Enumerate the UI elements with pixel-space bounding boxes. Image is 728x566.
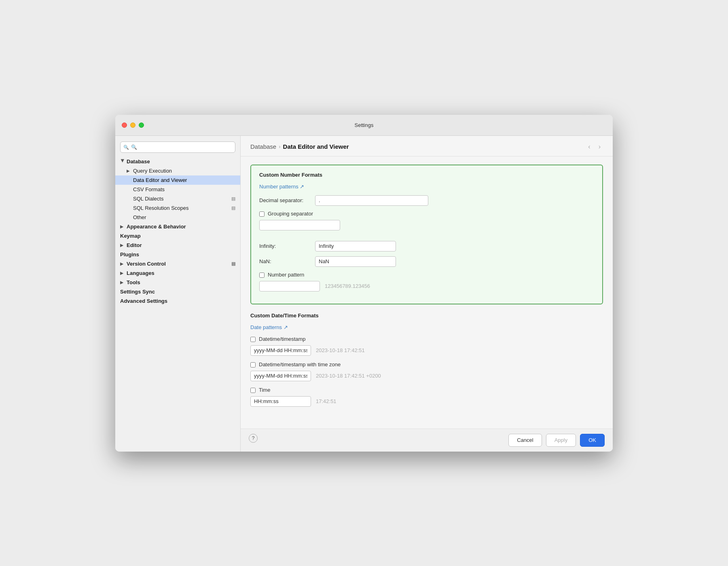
datetime-tz-input[interactable] [250, 371, 311, 381]
content-header: Database › Data Editor and Viewer ‹ › [241, 136, 613, 156]
grouping-separator-row: Grouping separator [259, 211, 594, 217]
sidebar-item-csv-formats[interactable]: CSV Formats [115, 185, 240, 194]
settings-icon: ▤ [231, 261, 235, 266]
number-pattern-checkbox[interactable] [259, 272, 265, 278]
sidebar-item-sql-dialects[interactable]: SQL Dialects ▤ [115, 194, 240, 203]
nav-buttons: ‹ › [586, 142, 603, 151]
sidebar-item-plugins[interactable]: Plugins [115, 250, 240, 259]
search-input[interactable] [120, 142, 235, 153]
datetime-timestamp-hint: 2023-10-18 17:42:51 [316, 347, 365, 353]
search-wrapper: 🔍 [120, 142, 235, 153]
search-icon: 🔍 [123, 144, 129, 150]
number-pattern-hint: 123456789.123456 [325, 283, 370, 289]
breadcrumb: Database › Data Editor and Viewer [250, 143, 349, 150]
datetime-tz-checkbox[interactable] [250, 362, 256, 367]
time-input-row: 17:42:51 [250, 396, 603, 407]
nan-input[interactable] [315, 256, 396, 267]
content-area: Database › Data Editor and Viewer ‹ › Cu… [241, 136, 613, 452]
sidebar-item-label: Advanced Settings [120, 298, 167, 304]
forward-button[interactable]: › [596, 142, 603, 151]
sidebar-item-label: Data Editor and Viewer [133, 177, 187, 183]
main-layout: 🔍 ▶ Database ▶ Query Execution Data Edit… [115, 136, 613, 452]
sidebar-item-label: Tools [127, 279, 140, 285]
settings-icon: ▤ [231, 205, 235, 211]
help-button[interactable]: ? [249, 434, 258, 443]
sidebar-item-label: SQL Resolution Scopes [133, 205, 189, 211]
grouping-separator-checkbox[interactable] [259, 211, 265, 217]
back-button[interactable]: ‹ [586, 142, 593, 151]
chevron-icon: ▶ [120, 224, 125, 229]
breadcrumb-separator: › [279, 144, 280, 150]
settings-window: Settings 🔍 ▶ Database ▶ Query Execution … [115, 115, 613, 452]
sidebar-item-advanced-settings[interactable]: Advanced Settings [115, 296, 240, 306]
sidebar-item-label: Appearance & Behavior [127, 224, 186, 230]
time-checkbox[interactable] [250, 388, 256, 393]
grouping-separator-input-row [259, 220, 594, 235]
datetime-timestamp-label: Datetime/timestamp [259, 336, 306, 342]
number-pattern-input-row: 123456789.123456 [259, 281, 594, 291]
datetime-tz-checkbox-row: Datetime/timestamp with time zone [250, 361, 603, 367]
window-title: Settings [355, 122, 374, 128]
decimal-separator-input[interactable] [315, 195, 428, 206]
grouping-separator-label: Grouping separator [268, 211, 313, 217]
breadcrumb-part2: Data Editor and Viewer [283, 143, 349, 150]
date-patterns-link[interactable]: Date patterns ↗ [250, 324, 288, 330]
datetime-timestamp-checkbox-row: Datetime/timestamp [250, 336, 603, 342]
sidebar-item-other[interactable]: Other [115, 213, 240, 222]
ok-button[interactable]: OK [580, 434, 605, 447]
datetime-timestamp-input[interactable] [250, 345, 311, 356]
titlebar: Settings [115, 115, 613, 136]
sidebar-item-label: Database [127, 158, 150, 165]
sidebar-item-keymap[interactable]: Keymap [115, 231, 240, 241]
datetime-timestamp-checkbox[interactable] [250, 337, 256, 342]
footer: ? Cancel Apply OK [241, 429, 613, 452]
search-bar: 🔍 [120, 142, 235, 153]
maximize-button[interactable] [139, 122, 144, 128]
sidebar-item-languages[interactable]: ▶ Languages [115, 268, 240, 278]
sidebar-item-label: Editor [127, 242, 142, 248]
time-input[interactable] [250, 396, 311, 407]
time-checkbox-row: Time [250, 387, 603, 393]
sidebar-item-label: Version Control [127, 261, 166, 267]
chevron-icon: ▶ [120, 280, 125, 285]
datetime-timestamp-input-row: 2023-10-18 17:42:51 [250, 345, 603, 356]
decimal-separator-label: Decimal separator: [259, 197, 312, 203]
number-pattern-input[interactable] [259, 281, 320, 291]
sidebar-item-data-editor[interactable]: Data Editor and Viewer [115, 175, 240, 185]
sidebar-item-version-control[interactable]: ▶ Version Control ▤ [115, 259, 240, 268]
infinity-input[interactable] [315, 241, 396, 251]
sidebar-item-editor[interactable]: ▶ Editor [115, 241, 240, 250]
number-patterns-link[interactable]: Number patterns ↗ [259, 184, 304, 190]
sidebar-item-label: CSV Formats [133, 186, 165, 192]
apply-button[interactable]: Apply [546, 434, 576, 447]
close-button[interactable] [122, 122, 127, 128]
sidebar-item-tools[interactable]: ▶ Tools [115, 278, 240, 287]
sidebar-item-label: Languages [127, 270, 154, 276]
time-hint: 17:42:51 [316, 398, 336, 404]
sidebar-item-label: Other [133, 214, 146, 220]
datetime-tz-input-row: 2023-10-18 17:42:51 +0200 [250, 371, 603, 381]
chevron-icon: ▶ [120, 271, 125, 275]
minimize-button[interactable] [130, 122, 135, 128]
sidebar-item-query-execution[interactable]: ▶ Query Execution [115, 166, 240, 175]
sidebar-item-appearance[interactable]: ▶ Appearance & Behavior [115, 222, 240, 231]
cancel-button[interactable]: Cancel [508, 434, 542, 447]
sidebar-item-label: Query Execution [133, 168, 172, 174]
number-pattern-checkbox-row: Number pattern [259, 272, 594, 278]
breadcrumb-part1: Database [250, 143, 276, 150]
chevron-icon: ▶ [121, 159, 125, 164]
sidebar-item-sql-resolution[interactable]: SQL Resolution Scopes ▤ [115, 203, 240, 213]
time-label: Time [259, 387, 270, 393]
sidebar-item-label: SQL Dialects [133, 196, 163, 202]
datetime-section-title: Custom Date/Time Formats [250, 313, 603, 319]
nan-label: NaN: [259, 258, 312, 264]
number-pattern-label: Number pattern [268, 272, 304, 278]
infinity-label: Infinity: [259, 243, 312, 249]
section-title: Custom Number Formats [259, 172, 594, 178]
content-body: Custom Number Formats Number patterns ↗ … [241, 156, 613, 429]
sidebar-item-settings-sync[interactable]: Settings Sync [115, 287, 240, 296]
decimal-separator-row: Decimal separator: [259, 195, 594, 206]
sidebar-item-database[interactable]: ▶ Database [115, 157, 240, 166]
sidebar: 🔍 ▶ Database ▶ Query Execution Data Edit… [115, 136, 241, 452]
grouping-separator-input[interactable] [259, 220, 340, 230]
